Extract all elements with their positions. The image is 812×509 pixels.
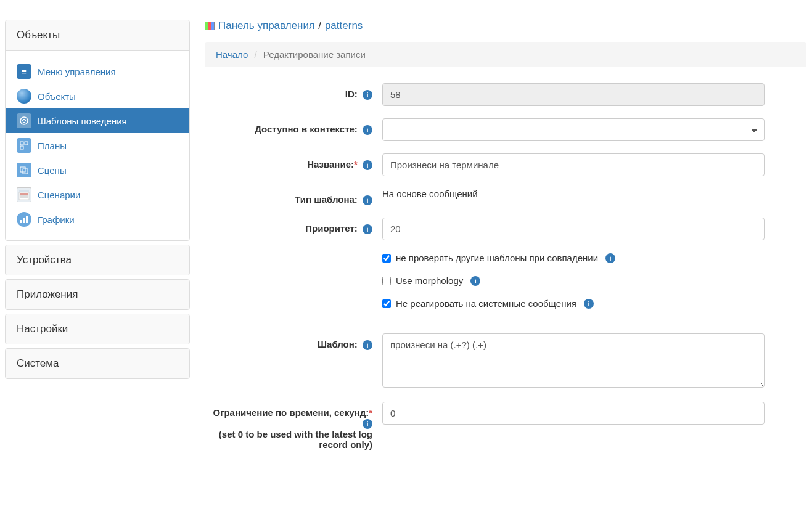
info-icon[interactable]: i: [584, 299, 594, 309]
label-name: Название:: [307, 159, 354, 169]
checkbox-morphology[interactable]: [382, 277, 391, 285]
sidebar-panel-devices: Устройства: [5, 245, 190, 275]
dashboard-icon: [205, 22, 215, 30]
info-icon[interactable]: i: [363, 340, 372, 350]
checkbox-skip-others[interactable]: [382, 254, 391, 263]
input-id: [382, 83, 765, 106]
charts-icon: [17, 212, 31, 227]
input-timelimit[interactable]: [382, 402, 765, 425]
scripts-icon: [17, 187, 31, 202]
label-type: Тип шаблона:: [295, 194, 358, 205]
sidebar-panel-settings: Настройки: [5, 314, 190, 344]
label-priority: Приоритет:: [305, 223, 358, 234]
label-no-system: Не реагировать на системные сообщения: [396, 298, 576, 309]
info-icon[interactable]: i: [605, 253, 615, 263]
label-morphology: Use morphology: [396, 275, 463, 286]
label-timelimit-hint: (set 0 to be used with the latest log re…: [205, 429, 372, 450]
panel-heading-objects[interactable]: Объекты: [6, 20, 189, 51]
field-type: Тип шаблона: i На основе сообщений: [205, 189, 806, 205]
field-name: Название:* i: [205, 153, 806, 176]
sidebar-item-label: Объекты: [38, 91, 76, 102]
label-context: Доступно в контексте:: [255, 124, 358, 134]
panel-heading-devices[interactable]: Устройства: [6, 245, 189, 275]
info-icon[interactable]: i: [363, 90, 372, 100]
breadcrumb-root-link[interactable]: Панель управления: [218, 20, 314, 32]
info-icon[interactable]: i: [363, 419, 372, 429]
main-content: Панель управления / patterns Начало / Ре…: [205, 5, 806, 462]
sidebar-item-label: Меню управления: [38, 67, 116, 77]
svg-rect-6: [19, 190, 29, 192]
field-pattern: Шаблон: i произнеси на (.+?) (.+): [205, 333, 806, 389]
sidebar-item-label: Шаблоны поведения: [38, 116, 127, 126]
field-timelimit: Ограничение по времени, секунд:* i (set …: [205, 402, 806, 450]
panel-heading-settings[interactable]: Настройки: [6, 314, 189, 344]
breadcrumb-section-link[interactable]: patterns: [325, 20, 363, 32]
sidebar-item-scripts[interactable]: Сценарии: [6, 182, 189, 207]
breadcrumb-current: Редактирование записи: [263, 49, 366, 60]
field-context: Доступно в контексте: i: [205, 118, 806, 141]
menu-icon: ≡: [17, 64, 31, 79]
breadcrumb-home[interactable]: Начало: [216, 49, 248, 60]
sidebar-item-scenes[interactable]: Сцены: [6, 158, 189, 182]
label-id: ID:: [345, 89, 358, 99]
input-priority[interactable]: [382, 218, 765, 240]
panel-body-objects: ≡ Меню управления Объекты Шаблоны поведе…: [6, 51, 189, 240]
label-pattern: Шаблон:: [318, 339, 358, 349]
svg-point-0: [20, 117, 28, 124]
sidebar-item-charts[interactable]: Графики: [6, 207, 189, 232]
info-icon[interactable]: i: [363, 160, 372, 170]
textarea-pattern[interactable]: произнеси на (.+?) (.+): [382, 333, 765, 388]
input-name[interactable]: [382, 153, 765, 176]
sidebar-item-label: Графики: [38, 214, 75, 225]
edit-form: ID: i Доступно в контексте: i: [205, 83, 806, 450]
sidebar-item-menu[interactable]: ≡ Меню управления: [6, 59, 189, 84]
panel-heading-applications[interactable]: Приложения: [6, 280, 189, 309]
svg-rect-2: [25, 142, 28, 145]
scenes-icon: [17, 163, 31, 177]
select-context[interactable]: [382, 118, 765, 141]
field-priority: Приоритет: i: [205, 218, 806, 240]
breadcrumb-divider: /: [254, 49, 256, 60]
info-icon[interactable]: i: [470, 276, 480, 286]
globe-icon: [17, 89, 31, 104]
sidebar-item-label: Сцены: [38, 165, 67, 176]
svg-rect-1: [20, 142, 23, 145]
svg-rect-13: [26, 216, 28, 223]
sidebar-item-plans[interactable]: Планы: [6, 133, 189, 158]
field-id: ID: i: [205, 83, 806, 106]
breadcrumb: Начало / Редактирование записи: [205, 42, 806, 67]
label-timelimit: Ограничение по времени, секунд:: [213, 407, 369, 418]
svg-rect-3: [20, 146, 23, 149]
page-title: Панель управления / patterns: [205, 20, 806, 32]
value-type: На основе сообщений: [382, 189, 765, 199]
panel-heading-system[interactable]: Система: [6, 349, 189, 378]
svg-rect-11: [20, 220, 22, 223]
sidebar-item-label: Планы: [38, 140, 67, 151]
sidebar: Объекты ≡ Меню управления Объекты Шаблон…: [5, 5, 190, 462]
sidebar-item-label: Сценарии: [38, 190, 80, 200]
sidebar-panel-applications: Приложения: [5, 279, 190, 310]
sidebar-item-patterns[interactable]: Шаблоны поведения: [6, 108, 189, 133]
field-checkboxes: не проверять другие шаблоны при совпаден…: [205, 253, 806, 321]
sidebar-item-objects[interactable]: Объекты: [6, 84, 189, 108]
svg-rect-12: [23, 218, 25, 223]
label-skip-others: не проверять другие шаблоны при совпаден…: [396, 253, 598, 263]
patterns-icon: [17, 113, 31, 128]
info-icon[interactable]: i: [363, 125, 372, 135]
info-icon[interactable]: i: [363, 195, 372, 205]
sidebar-panel-objects: Объекты ≡ Меню управления Объекты Шаблон…: [5, 20, 190, 241]
info-icon[interactable]: i: [363, 224, 372, 234]
sidebar-panel-system: Система: [5, 348, 190, 379]
checkbox-no-system[interactable]: [382, 299, 391, 308]
breadcrumb-sep: /: [318, 20, 321, 32]
plans-icon: [17, 138, 31, 153]
